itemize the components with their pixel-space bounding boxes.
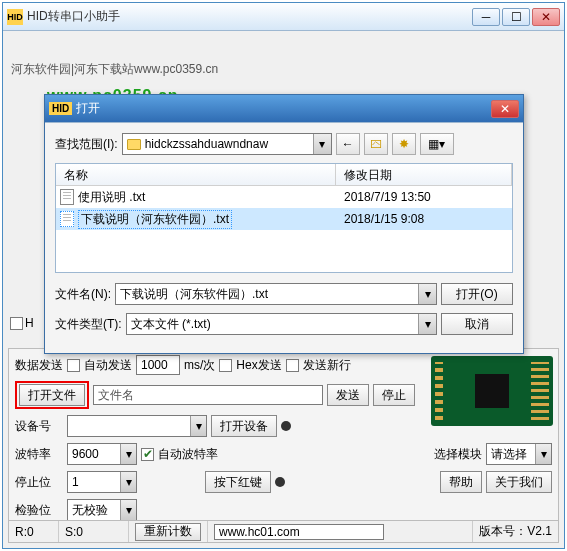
cancel-button[interactable]: 取消 (441, 313, 513, 335)
lookin-combo[interactable]: hidckzssahduawndnaw ▾ (122, 133, 332, 155)
main-title: HID转串口小助手 (27, 8, 472, 25)
send-data-label: 数据发送 (15, 357, 63, 374)
check-select[interactable]: 无校验▾ (67, 499, 137, 521)
window-controls: ─ ☐ ✕ (472, 8, 560, 26)
file-list-header: 名称 修改日期 (56, 164, 512, 186)
device-status-indicator (281, 421, 291, 431)
col-date-header[interactable]: 修改日期 (336, 164, 512, 185)
file-icon (60, 189, 74, 205)
baud-select[interactable]: 9600▾ (67, 443, 137, 465)
device-select[interactable]: ▾ (67, 415, 207, 437)
dialog-icon: HID (49, 102, 72, 115)
file-row-selected[interactable]: 下载说明（河东软件园）.txt 2018/1/15 9:08 (56, 208, 512, 230)
chevron-down-icon[interactable]: ▾ (535, 444, 551, 464)
file-icon (60, 211, 74, 227)
status-bar: R:0 S:0 重新计数 www.hc01.com 版本号：V2.1 (9, 520, 558, 542)
stopbit-label: 停止位 (15, 474, 63, 491)
status-r: R:0 (9, 521, 59, 542)
lookin-value: hidckzssahduawndnaw (145, 137, 268, 151)
minimize-button[interactable]: ─ (472, 8, 500, 26)
file-name-input[interactable]: 文件名 (93, 385, 323, 405)
red-key-button[interactable]: 按下红键 (205, 471, 271, 493)
status-s: S:0 (59, 521, 129, 542)
newline-checkbox[interactable] (286, 359, 299, 372)
auto-baud-label: 自动波特率 (158, 446, 218, 463)
open-file-button[interactable]: 打开文件 (19, 384, 85, 406)
status-url: www.hc01.com (208, 521, 473, 542)
h-checkbox-row: H (10, 316, 34, 330)
auto-send-checkbox[interactable] (67, 359, 80, 372)
filetype-label: 文件类型(T): (55, 316, 122, 333)
col-name-header[interactable]: 名称 (56, 164, 336, 185)
newline-label: 发送新行 (303, 357, 351, 374)
back-button[interactable]: ← (336, 133, 360, 155)
check-label: 检验位 (15, 502, 63, 519)
dialog-titlebar[interactable]: HID 打开 ✕ (45, 95, 523, 123)
send-button[interactable]: 发送 (327, 384, 369, 406)
chevron-down-icon[interactable]: ▾ (120, 444, 136, 464)
filename-label: 文件名(N): (55, 286, 111, 303)
chevron-down-icon[interactable]: ▾ (190, 416, 206, 436)
new-folder-button[interactable]: ✸ (392, 133, 416, 155)
dialog-title: 打开 (76, 100, 491, 117)
watermark-text: 河东软件园|河东下载站www.pc0359.cn (11, 61, 218, 78)
pcb-image (431, 356, 553, 426)
chevron-down-icon[interactable]: ▾ (418, 314, 436, 334)
select-module-label: 选择模块 (434, 446, 482, 463)
app-icon: HID (7, 9, 23, 25)
status-version: 版本号：V2.1 (473, 521, 558, 542)
up-folder-button[interactable]: ⮹ (364, 133, 388, 155)
hex-send-checkbox[interactable] (219, 359, 232, 372)
interval-unit: ms/次 (184, 357, 215, 374)
dialog-close-button[interactable]: ✕ (491, 100, 519, 118)
file-list: 名称 修改日期 使用说明 .txt 2018/7/19 13:50 下载说明（河… (55, 163, 513, 273)
baud-label: 波特率 (15, 446, 63, 463)
reset-count-cell: 重新计数 (129, 521, 208, 542)
open-file-highlight: 打开文件 (15, 381, 89, 409)
chevron-down-icon[interactable]: ▾ (418, 284, 436, 304)
h-checkbox[interactable] (10, 317, 23, 330)
h-label: H (25, 316, 34, 330)
device-label: 设备号 (15, 418, 63, 435)
help-button[interactable]: 帮助 (440, 471, 482, 493)
view-menu-button[interactable]: ▦▾ (420, 133, 454, 155)
folder-icon (127, 139, 141, 150)
auto-send-label: 自动发送 (84, 357, 132, 374)
filename-input[interactable]: 下载说明（河东软件园）.txt ▾ (115, 283, 437, 305)
open-button[interactable]: 打开(O) (441, 283, 513, 305)
reset-count-button[interactable]: 重新计数 (135, 523, 201, 541)
file-row[interactable]: 使用说明 .txt 2018/7/19 13:50 (56, 186, 512, 208)
lookin-label: 查找范围(I): (55, 136, 118, 153)
interval-input[interactable]: 1000 (136, 355, 180, 375)
hex-send-label: Hex发送 (236, 357, 281, 374)
stopbit-select[interactable]: 1▾ (67, 471, 137, 493)
maximize-button[interactable]: ☐ (502, 8, 530, 26)
main-titlebar: HID HID转串口小助手 ─ ☐ ✕ (3, 3, 564, 31)
stop-button[interactable]: 停止 (373, 384, 415, 406)
module-select[interactable]: 请选择▾ (486, 443, 552, 465)
auto-baud-checkbox[interactable]: ✔ (141, 448, 154, 461)
open-file-dialog: HID 打开 ✕ 查找范围(I): hidckzssahduawndnaw ▾ … (44, 94, 524, 354)
redkey-indicator (275, 477, 285, 487)
open-device-button[interactable]: 打开设备 (211, 415, 277, 437)
about-button[interactable]: 关于我们 (486, 471, 552, 493)
chevron-down-icon[interactable]: ▾ (313, 134, 331, 154)
chevron-down-icon[interactable]: ▾ (120, 472, 136, 492)
close-button[interactable]: ✕ (532, 8, 560, 26)
chevron-down-icon[interactable]: ▾ (120, 500, 136, 520)
filetype-combo[interactable]: 文本文件 (*.txt) ▾ (126, 313, 437, 335)
